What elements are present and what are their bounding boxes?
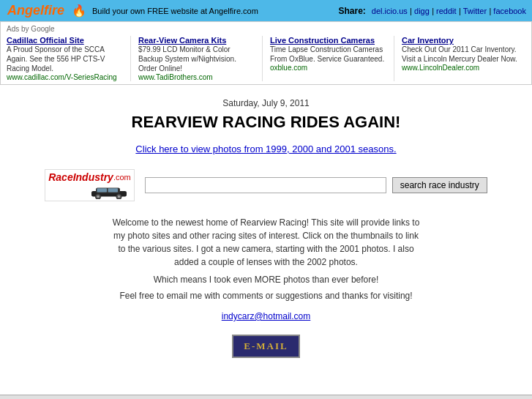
svg-rect-6 (97, 188, 107, 192)
page-title: REARVIEW RACING RIDES AGAIN! (15, 113, 517, 132)
ad-camera-desc: $79.99 LCD Monitor & Color Backup System… (138, 45, 256, 73)
welcome-text-1: Welcome to the newest home of Rearview R… (113, 216, 420, 269)
race-text: Race (48, 171, 72, 183)
welcome-section: Welcome to the newest home of Rearview R… (113, 216, 420, 358)
race-industry-logo-text: RaceIndustry.com (48, 171, 131, 183)
ad-camera-title[interactable]: Rear-View Camera Kits (138, 36, 256, 45)
share-twitter[interactable]: Twitter (463, 7, 487, 15)
industry-text: Industry (73, 171, 113, 183)
ads-section: Ads by Google Cadillac Official Site A P… (0, 21, 532, 85)
ad-inventory-desc: Check Out Our 2011 Car Inventory. Visit … (402, 45, 520, 64)
share-delicious[interactable]: del.icio.us (372, 7, 408, 15)
main-content: Saturday, July 9, 2011 REARVIEW RACING R… (0, 85, 532, 380)
email-button[interactable]: E-MAIL (232, 335, 299, 358)
bottom-scrollbar[interactable]: · · · · · (0, 395, 532, 400)
race-industry-logo-box: RaceIndustry.com (45, 169, 135, 201)
ad-construction-title[interactable]: Live Construction Cameras (270, 36, 388, 45)
svg-point-5 (118, 195, 120, 198)
share-reddit[interactable]: reddit (436, 7, 457, 15)
ad-cadillac: Cadillac Official Site A Proud Sponsor o… (7, 36, 131, 81)
email-button-label: E-MAIL (244, 340, 288, 351)
ad-construction-url: oxblue.com (270, 64, 388, 72)
ads-by-google-label: Ads by Google (7, 25, 525, 33)
search-section: RaceIndustry.com search race industry (15, 169, 517, 201)
car-icon (87, 183, 131, 199)
top-banner: Angelfire 🔥 Build your own FREE website … (0, 0, 532, 21)
svg-point-3 (97, 195, 99, 198)
email-link[interactable]: indycarz@hotmail.com (222, 311, 311, 321)
dot-com: .com (113, 173, 131, 182)
ad-cadillac-title[interactable]: Cadillac Official Site (7, 36, 124, 45)
angelfire-logo[interactable]: Angelfire (6, 3, 66, 18)
svg-rect-7 (108, 188, 118, 192)
angelfire-flame-icon: 🔥 (72, 4, 86, 18)
date-line: Saturday, July 9, 2011 (15, 98, 517, 108)
ad-cadillac-desc: A Proud Sponsor of the SCCA Again. See t… (7, 45, 124, 73)
ad-cadillac-url: www.cadillac.com/V-SeriesRacing (7, 73, 124, 81)
ad-rearview-camera: Rear-View Camera Kits $79.99 LCD Monitor… (138, 36, 263, 81)
ad-inventory-title[interactable]: Car Inventory (402, 36, 520, 45)
ad-car-inventory: Car Inventory Check Out Our 2011 Car Inv… (402, 36, 525, 81)
ad-inventory-url: www.LincolnDealer.com (402, 64, 520, 72)
ads-container: Cadillac Official Site A Proud Sponsor o… (7, 36, 525, 81)
share-facebook[interactable]: facebook (493, 7, 526, 15)
share-digg[interactable]: digg (414, 7, 430, 15)
share-links: del.icio.us | digg | reddit | Twitter | … (372, 6, 526, 16)
scrollbar-indicator: · · · · · (250, 397, 282, 400)
search-button[interactable]: search race industry (392, 177, 487, 193)
ad-construction-cameras: Live Construction Cameras Time Lapse Con… (270, 36, 394, 81)
welcome-text-3: Feel free to email me with comments or s… (113, 289, 420, 302)
ad-camera-url: www.TadiBrothers.com (138, 73, 256, 81)
photo-seasons-link[interactable]: Click here to view photos from 1999, 200… (15, 143, 517, 154)
welcome-text-2: Which means I took even MORE photos than… (113, 273, 420, 286)
ad-construction-desc: Time Lapse Construction Cameras From OxB… (270, 45, 388, 64)
share-label: Share: (338, 6, 365, 16)
banner-build-text: Build your own FREE website at Angelfire… (92, 7, 332, 15)
search-input[interactable] (145, 177, 386, 193)
